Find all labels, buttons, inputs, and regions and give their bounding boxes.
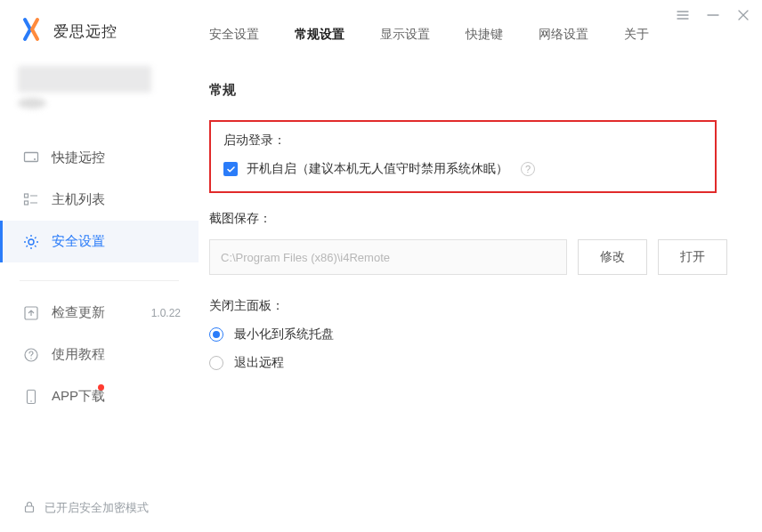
upload-icon [23,305,39,321]
sidebar-item-tutorial[interactable]: 使用教程 [0,334,199,375]
radio-label: 退出远程 [234,355,284,371]
svg-rect-10 [26,506,34,512]
sidebar-item-label: 快捷远控 [52,149,105,166]
brand-logo-icon [18,16,45,46]
monitor-icon [23,150,39,166]
close-panel-label: 关闭主面板： [209,298,741,314]
user-info [0,57,199,117]
change-path-button[interactable]: 修改 [578,239,647,275]
svg-point-7 [30,358,31,359]
tabs: 安全设置 常规设置 显示设置 快捷键 网络设置 关于 [207,0,742,46]
sidebar-item-label: 检查更新 [52,304,105,321]
svg-rect-0 [25,152,38,161]
radio-exit-remote[interactable]: 退出远程 [209,355,741,371]
radio-icon [209,356,223,370]
sidebar-divider [20,280,179,281]
tab-network[interactable]: 网络设置 [539,27,588,46]
tab-display[interactable]: 显示设置 [380,27,430,46]
sidebar-item-security-settings[interactable]: 安全设置 [0,221,199,262]
sidebar-footer: 已开启安全加密模式 [0,488,199,532]
svg-rect-3 [25,201,28,205]
screenshot-path-input[interactable] [209,239,567,275]
svg-point-1 [34,158,36,160]
user-name-placeholder [18,66,151,93]
brand: 爱思远控 [0,0,199,57]
close-icon[interactable] [737,9,750,21]
tab-general[interactable]: 常规设置 [295,27,345,46]
notification-dot-icon [98,384,104,391]
open-path-button[interactable]: 打开 [658,239,727,275]
tab-security[interactable]: 安全设置 [209,27,259,46]
lock-icon [23,501,36,516]
startup-label: 启动登录： [223,133,702,149]
list-icon [23,192,39,208]
version-text: 1.0.22 [151,307,181,319]
help-icon[interactable]: ? [521,162,535,176]
screenshot-label: 截图保存： [209,211,741,227]
radio-icon [209,327,223,342]
highlight-box: 启动登录： 开机自启（建议本机无人值守时禁用系统休眠） ? [209,120,717,193]
autostart-label: 开机自启（建议本机无人值守时禁用系统休眠） [247,161,508,177]
help-icon [23,347,39,363]
gear-icon [23,234,39,250]
sidebar-item-label: APP下载 [52,388,105,405]
svg-rect-2 [25,194,28,197]
tab-shortcuts[interactable]: 快捷键 [466,27,503,46]
radio-label: 最小化到系统托盘 [234,326,334,343]
sidebar-item-host-list[interactable]: 主机列表 [0,179,199,221]
sidebar-item-app-download[interactable]: APP下载 [0,375,199,417]
sidebar-item-label: 使用教程 [52,346,105,363]
sidebar-item-label: 安全设置 [52,233,105,250]
minimize-icon[interactable] [707,9,719,21]
radio-minimize-tray[interactable]: 最小化到系统托盘 [209,326,741,343]
sidebar-item-quick-remote[interactable]: 快捷远控 [0,137,199,179]
svg-point-9 [30,400,32,402]
avatar-placeholder [18,98,46,109]
sidebar: 爱思远控 快捷远控 主机列表 安全设 [0,0,199,532]
svg-point-4 [28,239,34,245]
hamburger-icon[interactable] [677,9,689,21]
brand-title: 爱思远控 [53,21,118,42]
main-panel: 安全设置 常规设置 显示设置 快捷键 网络设置 关于 常规 启动登录： 开机自启… [199,0,762,532]
sidebar-item-check-update[interactable]: 检查更新 1.0.22 [0,292,199,334]
autostart-checkbox[interactable] [223,162,238,176]
tab-about[interactable]: 关于 [624,27,649,46]
footer-text: 已开启安全加密模式 [45,500,149,516]
sidebar-item-label: 主机列表 [52,191,105,208]
phone-icon [23,389,39,405]
section-title-general: 常规 [209,82,741,99]
